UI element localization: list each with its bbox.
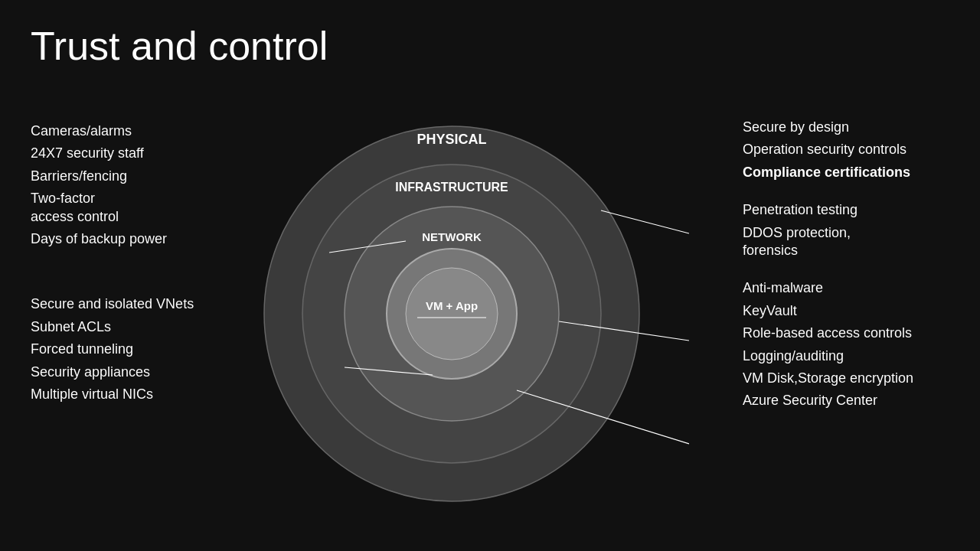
svg-text:INFRASTRUCTURE: INFRASTRUCTURE xyxy=(395,181,508,194)
left-item-security-staff: 24X7 security staff xyxy=(31,145,199,162)
right-item-antimalware: Anti-malware xyxy=(743,279,965,297)
right-item-azure-security: Azure Security Center xyxy=(743,392,965,409)
left-item-backup-power: Days of backup power xyxy=(31,230,199,248)
svg-text:VM + App: VM + App xyxy=(426,299,478,312)
left-item-nics: Multiple virtual NICs xyxy=(31,386,199,403)
right-item-logging: Logging/auditing xyxy=(743,347,965,365)
left-item-two-factor: Two-factoraccess control xyxy=(31,190,199,226)
right-item-rbac: Role-based access controls xyxy=(743,324,965,342)
left-item-forced-tunneling: Forced tunneling xyxy=(31,341,199,358)
right-item-keyvault: KeyVault xyxy=(743,302,965,320)
left-item-barriers: Barriers/fencing xyxy=(31,168,199,185)
page-title: Trust and control xyxy=(31,23,328,69)
right-item-pen-testing: Penetration testing xyxy=(743,201,965,219)
svg-text:PHYSICAL: PHYSICAL xyxy=(416,132,486,147)
right-item-operation-controls: Operation security controls xyxy=(743,141,965,158)
left-item-vnets: Secure and isolated VNets xyxy=(31,295,199,313)
svg-text:NETWORK: NETWORK xyxy=(422,230,482,243)
left-item-security-appliances: Security appliances xyxy=(31,364,199,381)
right-column: Secure by design Operation security cont… xyxy=(743,119,965,415)
left-column: Cameras/alarms 24X7 security staff Barri… xyxy=(31,122,199,408)
diagram: PHYSICAL INFRASTRUCTURE NETWORK VM + App xyxy=(214,92,689,513)
left-item-cameras: Cameras/alarms xyxy=(31,122,199,140)
svg-point-4 xyxy=(406,268,498,360)
right-item-compliance: Compliance certifications xyxy=(743,164,965,181)
right-item-secure-design: Secure by design xyxy=(743,119,965,136)
right-item-vm-disk: VM Disk,Storage encryption xyxy=(743,370,965,387)
left-item-subnet: Subnet ACLs xyxy=(31,318,199,336)
right-item-ddos: DDOS protection,forensics xyxy=(743,224,965,260)
